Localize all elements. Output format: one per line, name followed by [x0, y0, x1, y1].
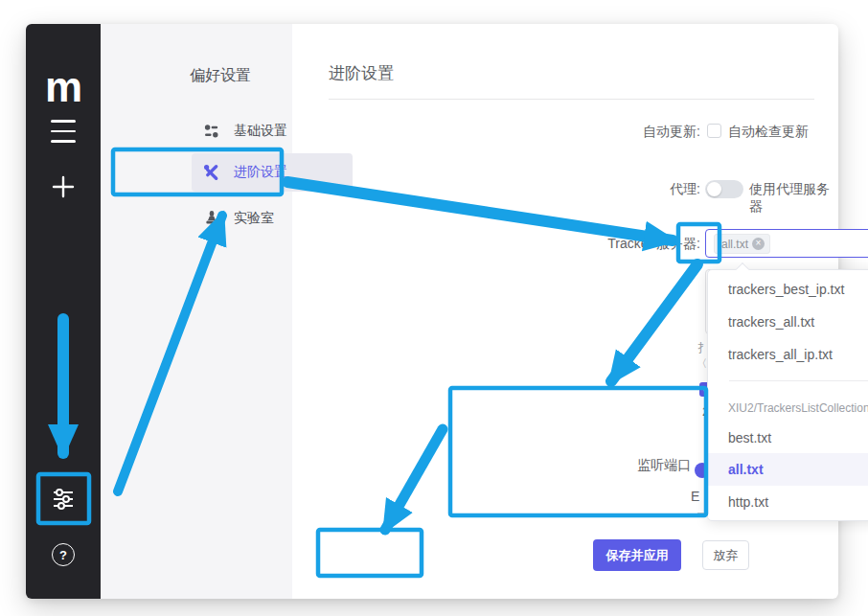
hidden-letter-fragment: E — [691, 489, 699, 504]
preferences-panel: 偏好设置 基础设置 进阶设置 — [101, 24, 292, 599]
sidebar-item-label: 进阶设置 — [234, 164, 287, 181]
listen-port-label: 监听端口 — [537, 457, 691, 474]
advanced-settings-page: ✕ 进阶设置 自动更新: 自动检查更新 代理: 使用代理服务器 Tracker … — [292, 24, 838, 599]
panel-title: 偏好设置 — [190, 66, 251, 86]
tracker-tag: all.txt × — [714, 234, 770, 254]
lab-icon — [203, 210, 220, 227]
discard-button[interactable]: 放弃 — [702, 540, 749, 570]
proxy-toggle[interactable] — [705, 180, 743, 198]
dropdown-item[interactable]: best.txt — [708, 422, 868, 454]
hidden-caption-fragment-2: 〈 — [697, 356, 707, 371]
tracker-label: Tracker 服务器: — [547, 236, 700, 253]
tracker-select-input[interactable]: all.txt × — [705, 229, 868, 258]
sidebar-item-label: 基础设置 — [234, 123, 287, 140]
dropdown-item[interactable]: http.txt — [708, 486, 868, 518]
hidden-mark — [697, 513, 706, 514]
motrix-logo: m — [26, 66, 101, 108]
advanced-settings-icon — [203, 164, 220, 181]
tracker-dropdown: trackers_best_ip.txt trackers_all.txt tr… — [707, 269, 868, 521]
preferences-icon[interactable] — [26, 484, 101, 514]
help-icon[interactable]: ? — [26, 542, 101, 567]
tag-close-icon[interactable]: × — [752, 238, 765, 250]
auto-update-checkbox[interactable] — [707, 124, 721, 138]
motrix-preferences-window: m ? 偏好设置 — [26, 24, 838, 599]
basic-settings-icon — [203, 123, 220, 140]
screenshot-root: m ? 偏好设置 — [0, 0, 868, 616]
proxy-label: 代理: — [547, 181, 700, 198]
task-list-icon[interactable] — [26, 116, 101, 147]
title-divider — [329, 99, 814, 100]
nav-rail: m ? — [26, 24, 101, 599]
add-task-icon[interactable] — [26, 171, 101, 202]
dropdown-item[interactable]: trackers_all.txt — [708, 306, 868, 338]
sidebar-item-label: 实验室 — [234, 210, 274, 227]
dropdown-item[interactable]: trackers_all_ip.txt — [708, 338, 868, 371]
dropdown-item-selected[interactable]: all.txt — [708, 453, 868, 486]
page-title: 进阶设置 — [329, 62, 394, 84]
auto-update-checkbox-label: 自动检查更新 — [728, 124, 809, 141]
dropdown-divider — [729, 380, 868, 381]
proxy-toggle-label: 使用代理服务器 — [749, 181, 838, 216]
save-and-apply-button[interactable]: 保存并应用 — [593, 539, 681, 571]
auto-update-label: 自动更新: — [547, 124, 700, 141]
dropdown-item[interactable]: trackers_best_ip.txt — [708, 273, 868, 306]
dropdown-group-label: XIU2/TrackersListCollection — [728, 399, 868, 418]
